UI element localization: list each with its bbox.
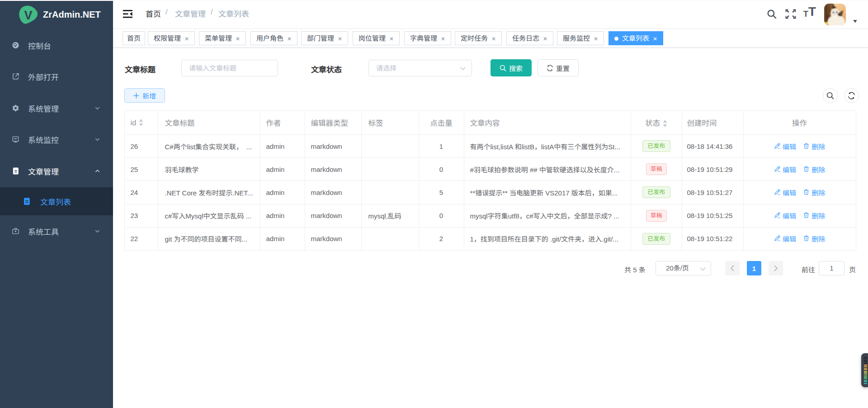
svg-text:V: V	[24, 9, 32, 22]
